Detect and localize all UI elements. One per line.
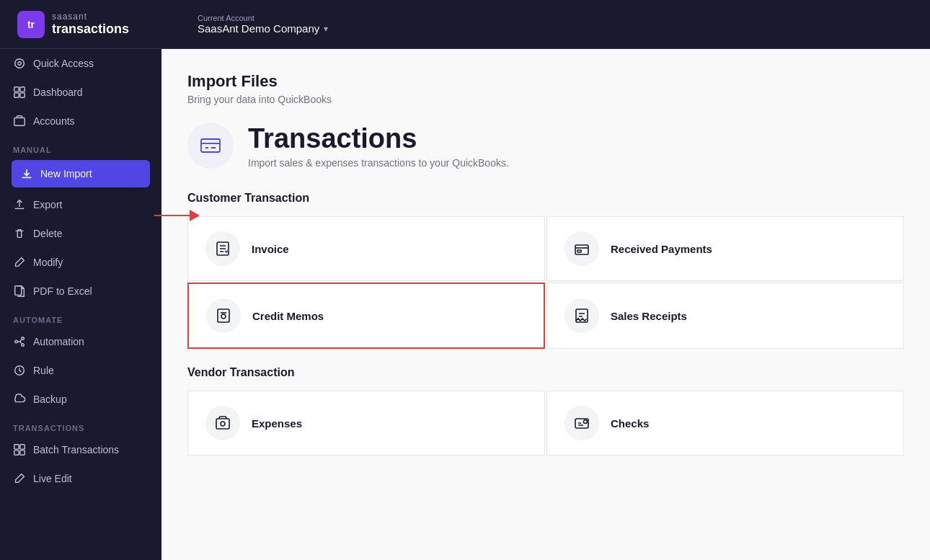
sidebar-item-accounts[interactable]: Accounts	[0, 107, 161, 135]
rule-icon	[13, 364, 26, 377]
sidebar-item-automation[interactable]: Automation	[0, 327, 161, 356]
logo-text: saasant transactions	[52, 12, 129, 37]
svg-point-24	[221, 422, 225, 426]
expenses-label: Expenses	[252, 417, 302, 430]
hero-desc: Import sales & expenses transactions to …	[248, 157, 509, 169]
svg-rect-2	[14, 87, 19, 92]
svg-point-1	[18, 62, 22, 66]
card-invoice[interactable]: Invoice	[187, 216, 545, 281]
logo-area: tr saasant transactions	[17, 11, 176, 38]
card-sales-receipts[interactable]: Sales Receipts	[546, 283, 904, 349]
sidebar-item-quick-access-label: Quick Access	[33, 58, 94, 69]
sidebar-item-batch-transactions[interactable]: Batch Transactions	[0, 435, 161, 464]
new-import-icon	[20, 167, 33, 180]
transactions-hero-text: Transactions Import sales & expenses tra…	[248, 123, 509, 169]
svg-rect-6	[14, 118, 25, 126]
invoice-label: Invoice	[252, 243, 289, 255]
card-credit-memos[interactable]: Credit Memos	[187, 283, 545, 349]
sidebar-item-automation-label: Automation	[33, 336, 84, 347]
sidebar-item-rule-label: Rule	[33, 365, 54, 376]
account-dropdown[interactable]: SaasAnt Demo Company ▾	[198, 22, 328, 35]
page-subtitle: Bring your data into QuickBooks	[187, 94, 904, 105]
current-account-label: Current Account	[198, 14, 328, 22]
sidebar-item-rule[interactable]: Rule	[0, 356, 161, 385]
sidebar-item-delete-label: Delete	[33, 228, 62, 239]
sidebar-item-live-edit[interactable]: Live Edit	[0, 464, 161, 493]
brand-name: saasant	[52, 12, 129, 22]
logo-icon: tr	[17, 11, 45, 38]
card-expenses[interactable]: Expenses	[187, 391, 545, 455]
account-name: SaasAnt Demo Company	[198, 22, 319, 35]
main-content: Import Files Bring your data into QuickB…	[161, 49, 930, 560]
card-received-payments[interactable]: Received Payments	[546, 216, 904, 281]
sidebar-item-export-label: Export	[33, 199, 62, 210]
product-name: transactions	[52, 22, 129, 37]
sidebar-item-batch-transactions-label: Batch Transactions	[33, 444, 119, 455]
svg-point-0	[15, 59, 25, 68]
arrow-head	[190, 210, 200, 221]
backup-icon	[13, 393, 26, 406]
arrow-line	[154, 215, 190, 217]
credit-memos-icon-circle	[206, 298, 241, 333]
svg-rect-19	[577, 250, 581, 252]
svg-rect-13	[20, 445, 25, 449]
batch-transactions-icon	[13, 443, 26, 456]
svg-rect-14	[14, 450, 19, 455]
svg-rect-7	[15, 286, 22, 295]
sidebar-item-modify[interactable]: Modify	[0, 248, 161, 277]
sidebar-item-pdf-to-excel-label: PDF to Excel	[33, 285, 92, 297]
quick-access-icon	[13, 57, 26, 70]
svg-rect-20	[218, 309, 229, 322]
sidebar-item-dashboard[interactable]: Dashboard	[0, 78, 161, 107]
svg-point-26	[584, 420, 588, 424]
transactions-hero-icon	[187, 123, 234, 169]
main-layout: Quick Access Dashboard Accounts MANUAL N…	[0, 49, 930, 560]
card-checks[interactable]: Checks	[546, 391, 904, 455]
app-header: tr saasant transactions Current Account …	[0, 0, 930, 49]
sidebar-item-backup[interactable]: Backup	[0, 385, 161, 414]
sales-receipts-icon-circle	[564, 298, 599, 333]
live-edit-icon	[13, 472, 26, 485]
svg-rect-23	[216, 419, 229, 429]
svg-rect-12	[14, 445, 19, 449]
transactions-hero: Transactions Import sales & expenses tra…	[187, 123, 904, 169]
export-icon	[13, 198, 26, 211]
automate-section-label: AUTOMATE	[0, 306, 161, 327]
sidebar-item-live-edit-label: Live Edit	[33, 473, 72, 484]
svg-rect-15	[20, 450, 25, 455]
sidebar-item-new-import-label: New Import	[40, 168, 92, 179]
hero-title: Transactions	[248, 123, 509, 154]
vendor-section-title: Vendor Transaction	[187, 366, 904, 379]
automation-icon	[13, 335, 26, 348]
sidebar-item-export[interactable]: Export	[0, 190, 161, 219]
arrow-indicator	[154, 210, 200, 221]
delete-icon	[13, 227, 26, 240]
svg-point-8	[15, 340, 18, 343]
svg-point-21	[221, 314, 226, 319]
dashboard-icon	[13, 86, 26, 99]
svg-rect-3	[20, 87, 25, 92]
sidebar-item-delete[interactable]: Delete	[0, 219, 161, 248]
sales-receipts-label: Sales Receipts	[611, 310, 687, 322]
received-payments-label: Received Payments	[611, 243, 712, 255]
pdf-excel-icon	[13, 285, 26, 298]
chevron-down-icon: ▾	[324, 24, 328, 34]
vendor-cards-grid: Expenses Checks	[187, 391, 904, 455]
sidebar-item-accounts-label: Accounts	[33, 115, 75, 127]
received-payments-icon-circle	[564, 231, 599, 266]
svg-point-9	[22, 337, 25, 340]
customer-cards-grid: Invoice Received Payments	[187, 216, 904, 349]
checks-label: Checks	[611, 417, 649, 430]
checks-icon-circle	[564, 406, 599, 440]
sidebar-item-quick-access[interactable]: Quick Access	[0, 49, 161, 78]
accounts-icon	[13, 115, 26, 128]
modify-icon	[13, 256, 26, 269]
sidebar-item-pdf-to-excel[interactable]: PDF to Excel	[0, 277, 161, 306]
sidebar-item-backup-label: Backup	[33, 394, 67, 405]
svg-rect-16	[201, 139, 220, 152]
sidebar-item-new-import[interactable]: New Import	[12, 160, 150, 187]
manual-section-label: MANUAL	[0, 135, 161, 157]
sidebar: Quick Access Dashboard Accounts MANUAL N…	[0, 49, 161, 560]
svg-rect-5	[20, 93, 25, 97]
transactions-section-label: TRANSACTIONS	[0, 414, 161, 435]
